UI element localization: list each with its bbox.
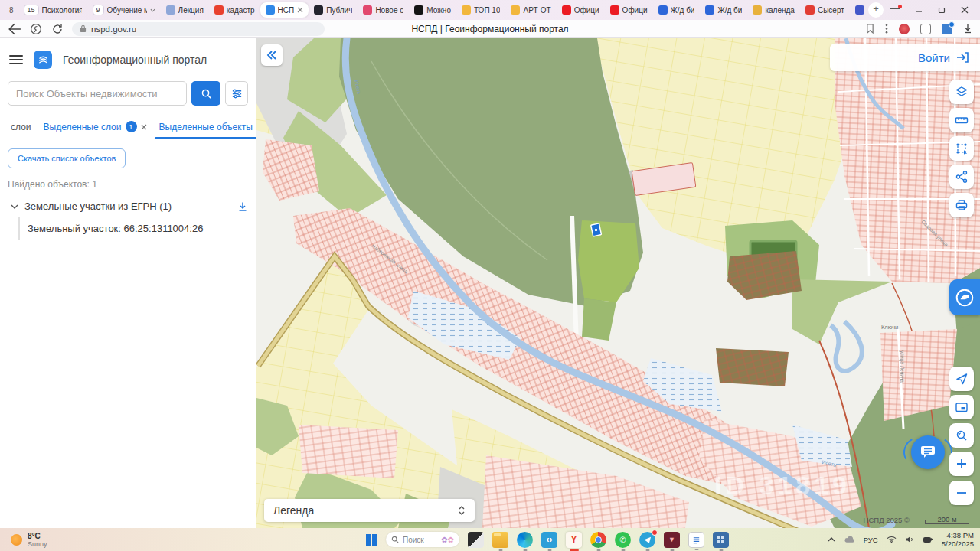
scale-bar: 200 м (925, 515, 969, 524)
browser-tab[interactable]: ТОП 10 (456, 2, 506, 18)
taskbar-search[interactable]: Поиск ✿✿ (386, 532, 459, 547)
browser-tab[interactable]: Сысерт (800, 2, 850, 18)
whatsapp-icon[interactable]: ✆ (615, 532, 631, 548)
url-field[interactable]: nspd.gov.ru (72, 22, 325, 36)
browser-tab[interactable]: Офици (557, 2, 605, 18)
edge-icon[interactable] (517, 532, 533, 548)
pen-device-icon[interactable] (923, 536, 933, 543)
zoom-out-button[interactable] (949, 481, 974, 505)
tab-favicon (363, 5, 372, 15)
tab-overflow-count[interactable]: 8 (5, 6, 18, 15)
minus-icon (956, 487, 967, 498)
chat-button[interactable] (911, 435, 945, 469)
clock-widget[interactable]: 4:38 PM 5/20/2025 (942, 531, 974, 548)
download-object-list-button[interactable]: Скачать список объектов (8, 148, 126, 168)
expand-collapse-icon[interactable] (458, 505, 466, 516)
tab-favicon (462, 5, 471, 15)
share-tool-button[interactable] (949, 165, 974, 189)
file-explorer-icon[interactable] (492, 532, 508, 548)
zoom-in-button[interactable] (949, 452, 974, 476)
browser-tab[interactable]: Ж/д би (653, 2, 701, 18)
tab-close-icon[interactable] (141, 124, 147, 130)
tab-label: кадастр (227, 6, 255, 15)
result-group-label[interactable]: Земельные участки из ЕГРН (1) (24, 201, 231, 212)
search-input[interactable] (8, 81, 187, 106)
browser-tab[interactable]: 15 Психология (18, 2, 87, 18)
map-canvas[interactable]: Исеть Исеть Набережная улица улица Ленин… (256, 38, 980, 528)
browser-tab[interactable]: Можно (409, 2, 456, 18)
browser-tab[interactable]: Публич (309, 2, 358, 18)
extension-icon[interactable] (899, 24, 910, 34)
measure-tool-button[interactable] (949, 108, 974, 132)
search-highlight-image: ✿✿ (441, 536, 454, 544)
close-button[interactable] (960, 5, 969, 15)
print-tool-button[interactable] (949, 193, 974, 217)
tab-label: календа (765, 6, 794, 15)
chrome-icon[interactable] (590, 532, 606, 548)
back-button[interactable] (8, 23, 21, 35)
language-indicator[interactable]: РУС (864, 536, 878, 544)
browser-tab[interactable]: Офици (605, 2, 653, 18)
browser-tab[interactable]: кадастр (209, 2, 260, 18)
minimize-button[interactable] (914, 5, 923, 15)
browser-tab[interactable]: НСП (260, 2, 309, 18)
onedrive-cloud-icon[interactable] (844, 536, 855, 543)
browser-tab[interactable]: Лекция (161, 2, 209, 18)
tab-label: Офици (622, 6, 648, 15)
result-group-row[interactable]: Земельные участки из ЕГРН (1) (11, 201, 248, 212)
parcel-list-item[interactable]: Земельный участок: 66:25:1311004:26 (18, 217, 256, 240)
search-by-area-button[interactable] (949, 423, 974, 448)
select-area-tool-button[interactable] (949, 136, 974, 161)
overview-map-button[interactable] (949, 395, 974, 419)
id-watermark: ID 31819 (714, 471, 851, 500)
new-tab-button[interactable]: + (868, 2, 884, 18)
weather-widget[interactable]: 8°C Sunny (0, 532, 47, 548)
wifi-icon[interactable] (887, 536, 897, 543)
browser-menu-icon[interactable] (890, 6, 900, 14)
browser-tab[interactable]: 9 Обучение марке (87, 2, 161, 18)
browser-tab[interactable]: Новое с (358, 2, 409, 18)
tab-label: Ж/д би (671, 6, 695, 15)
refresh-button[interactable] (51, 23, 64, 35)
browser-tab[interactable]: Kinesco (850, 2, 865, 18)
start-button[interactable] (366, 534, 377, 546)
browser-tab[interactable]: календа (747, 2, 799, 18)
tray-chevron-up-icon[interactable] (828, 537, 835, 542)
tab-close-icon[interactable] (297, 7, 303, 13)
search-button[interactable] (191, 81, 220, 106)
yandex-browser-icon[interactable]: Y (566, 532, 582, 548)
sidebar-tab[interactable]: слои (5, 115, 38, 139)
tab-favicon (266, 5, 275, 15)
extension-icon[interactable] (920, 24, 931, 34)
extension-icon[interactable] (942, 24, 952, 34)
login-button[interactable]: Войти (830, 44, 980, 71)
volume-icon[interactable] (905, 536, 914, 543)
collapse-sidebar-button[interactable] (261, 44, 283, 66)
app-icon[interactable]: ▼ (664, 532, 680, 548)
download-icon[interactable] (237, 201, 248, 212)
bookmark-icon[interactable] (866, 24, 874, 34)
layers-tool-button[interactable] (949, 80, 974, 104)
more-options-icon[interactable] (885, 24, 888, 34)
chevron-down-icon[interactable] (11, 204, 18, 209)
menu-hamburger-icon[interactable] (9, 53, 23, 67)
tab-label: НСП (278, 6, 295, 15)
restore-button[interactable] (937, 5, 946, 15)
tab-label: Публич (326, 6, 352, 15)
locate-me-button[interactable] (949, 367, 974, 391)
nspd-assistant-button[interactable] (949, 279, 980, 315)
notes-app-icon[interactable] (688, 532, 704, 548)
browser-tab[interactable]: АРТ-ОТ (505, 2, 556, 18)
calculator-app-icon[interactable] (713, 532, 729, 548)
telegram-icon[interactable] (639, 532, 655, 548)
yandex-services-icon[interactable] (29, 23, 43, 35)
browser-tab[interactable]: Ж/д би (700, 2, 747, 18)
vscode-icon[interactable]: ‹› (541, 532, 557, 548)
legend-panel[interactable]: Легенда (264, 499, 475, 522)
sidebar-tab[interactable]: Выделенные слои 1 (38, 115, 153, 139)
plus-icon (956, 458, 967, 469)
downloads-icon[interactable] (963, 24, 972, 34)
filter-button[interactable] (225, 81, 248, 106)
task-view-icon[interactable] (468, 532, 484, 548)
nspd-portal-app: Геоинформационный портал слои Выде (0, 38, 980, 528)
